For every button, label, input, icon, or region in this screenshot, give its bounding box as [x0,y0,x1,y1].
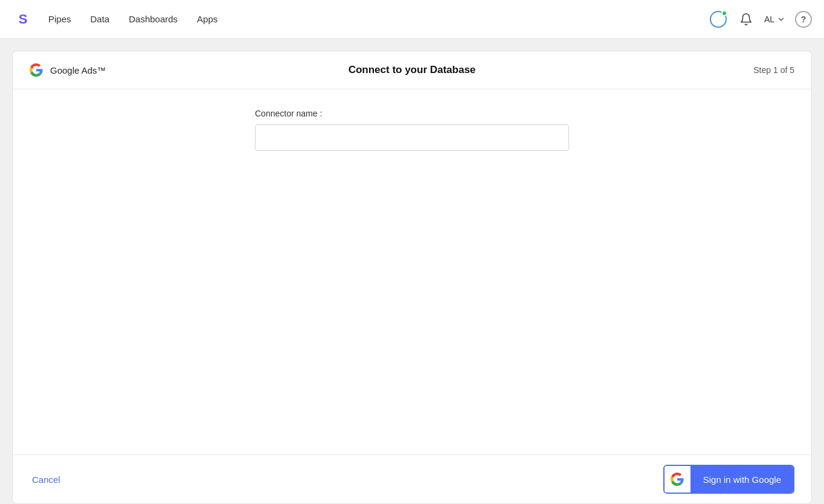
status-indicator[interactable] [709,10,728,29]
wizard-card: Google Ads™ Connect to your Database Ste… [12,51,812,504]
notification-bell[interactable] [738,11,755,28]
sign-in-google-button[interactable]: Sign in with Google [663,465,794,494]
logo-text: S [19,11,28,27]
nav-data[interactable]: Data [91,14,110,24]
google-g-small-icon [671,473,684,486]
nav-dashboards[interactable]: Dashboards [129,14,178,24]
step-indicator: Step 1 of 5 [753,65,794,75]
card-header: Google Ads™ Connect to your Database Ste… [13,51,811,89]
google-sign-in-icon [665,466,691,493]
navbar: S Pipes Data Dashboards Apps AL ? [0,0,824,39]
chevron-down-icon [777,15,785,24]
cancel-button[interactable]: Cancel [30,470,63,490]
connector-name-input[interactable] [255,124,569,151]
help-button[interactable]: ? [795,11,812,28]
status-circle [710,11,727,28]
nav-apps[interactable]: Apps [197,14,217,24]
nav-pipes[interactable]: Pipes [48,14,71,24]
connector-form: Connector name : [255,109,569,151]
status-dot-green [721,10,727,16]
main-content: Google Ads™ Connect to your Database Ste… [0,39,824,504]
page-title: Connect to your Database [349,64,476,76]
connector-name-label: Connector name : [255,109,569,118]
user-initials: AL [764,14,774,24]
navbar-links: Pipes Data Dashboards Apps [48,14,709,24]
card-footer: Cancel Sign in with Google [13,455,811,503]
sign-in-google-label: Sign in with Google [691,466,793,493]
app-name: Google Ads™ [50,65,106,75]
help-label: ? [801,14,806,24]
app-logo[interactable]: S [12,8,34,30]
user-menu[interactable]: AL [764,14,785,24]
card-body: Connector name : [13,89,811,455]
navbar-right: AL ? [709,10,812,29]
google-g-icon [30,63,43,77]
